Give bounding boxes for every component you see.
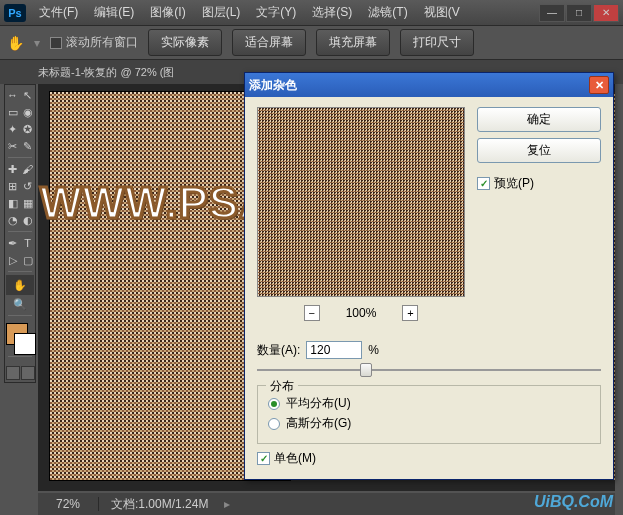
dialog-titlebar[interactable]: 添加杂色 ✕ — [245, 73, 613, 97]
actual-pixels-button[interactable]: 实际像素 — [148, 29, 222, 56]
wand-tool-icon[interactable]: ✦ — [6, 121, 20, 137]
healing-tool-icon[interactable]: ✚ — [6, 161, 20, 177]
close-button[interactable]: ✕ — [593, 4, 619, 22]
window-controls: — □ ✕ — [539, 4, 619, 22]
brush-tool-icon[interactable]: 🖌 — [21, 161, 35, 177]
zoom-tool-icon[interactable]: 🔍 — [6, 296, 34, 312]
status-docinfo[interactable]: 文档:1.00M/1.24M — [99, 496, 220, 513]
move-tool-icon[interactable]: ↔ — [6, 87, 20, 103]
quick-select-tool-icon[interactable]: ✪ — [21, 121, 35, 137]
amount-slider[interactable] — [257, 361, 601, 379]
tool-panel: ↔↖ ▭◉ ✦✪ ✂✎ ✚🖌 ⊞↺ ◧▦ ◔◐ ✒T ▷▢ ✋ 🔍 — [4, 84, 36, 383]
window-titlebar: Ps 文件(F) 编辑(E) 图像(I) 图层(L) 文字(Y) 选择(S) 滤… — [0, 0, 623, 26]
lasso-tool-icon[interactable]: ◉ — [21, 104, 35, 120]
amount-label: 数量(A): — [257, 342, 300, 359]
menu-filter[interactable]: 滤镜(T) — [361, 1, 414, 24]
minimize-button[interactable]: — — [539, 4, 565, 22]
zoom-value: 100% — [346, 306, 377, 320]
distribution-label: 分布 — [266, 378, 298, 395]
add-noise-dialog: 添加杂色 ✕ − 100% + 确定 复位 ✓预览(P) 数量(A): % 分布 — [244, 72, 614, 480]
pen-tool-icon[interactable]: ✒ — [6, 235, 20, 251]
reset-button[interactable]: 复位 — [477, 138, 601, 163]
zoom-in-button[interactable]: + — [402, 305, 418, 321]
status-arrow-icon[interactable]: ▸ — [224, 497, 230, 511]
eyedropper-tool-icon[interactable]: ✎ — [21, 138, 35, 154]
blur-tool-icon[interactable]: ◔ — [6, 212, 20, 228]
distribution-group: 分布 平均分布(U) 高斯分布(G) — [257, 385, 601, 444]
background-color-swatch[interactable] — [14, 333, 36, 355]
print-size-button[interactable]: 打印尺寸 — [400, 29, 474, 56]
menu-edit[interactable]: 编辑(E) — [87, 1, 141, 24]
quickmask-icon[interactable] — [6, 366, 20, 380]
gradient-tool-icon[interactable]: ▦ — [21, 195, 35, 211]
status-bar: 72% 文档:1.00M/1.24M ▸ — [38, 493, 615, 515]
maximize-button[interactable]: □ — [566, 4, 592, 22]
menu-image[interactable]: 图像(I) — [143, 1, 192, 24]
hand-tool-icon[interactable]: ✋ — [6, 275, 34, 295]
menu-layer[interactable]: 图层(L) — [195, 1, 248, 24]
menu-type[interactable]: 文字(Y) — [249, 1, 303, 24]
credit-text: UiBQ.CoM — [534, 493, 613, 511]
fill-screen-button[interactable]: 填充屏幕 — [316, 29, 390, 56]
zoom-out-button[interactable]: − — [304, 305, 320, 321]
amount-unit: % — [368, 343, 379, 357]
slider-thumb[interactable] — [360, 363, 372, 377]
app-logo: Ps — [4, 4, 26, 22]
monochrome-checkbox[interactable]: ✓单色(M) — [257, 450, 601, 467]
document-tab[interactable]: 未标题-1-恢复的 @ 72% (图 — [38, 65, 174, 80]
dodge-tool-icon[interactable]: ◐ — [21, 212, 35, 228]
dialog-close-button[interactable]: ✕ — [589, 76, 609, 94]
arrow-tool-icon[interactable]: ↖ — [21, 87, 35, 103]
preview-checkbox[interactable]: ✓预览(P) — [477, 175, 601, 192]
menu-view[interactable]: 视图(V — [417, 1, 467, 24]
hand-tool-icon: ✋ — [6, 34, 24, 52]
ok-button[interactable]: 确定 — [477, 107, 601, 132]
stamp-tool-icon[interactable]: ⊞ — [6, 178, 20, 194]
noise-preview[interactable] — [257, 107, 465, 297]
menu-bar: 文件(F) 编辑(E) 图像(I) 图层(L) 文字(Y) 选择(S) 滤镜(T… — [32, 1, 467, 24]
history-brush-icon[interactable]: ↺ — [21, 178, 35, 194]
uniform-radio[interactable]: 平均分布(U) — [268, 395, 590, 412]
shape-tool-icon[interactable]: ▢ — [21, 252, 35, 268]
menu-file[interactable]: 文件(F) — [32, 1, 85, 24]
crop-tool-icon[interactable]: ✂ — [6, 138, 20, 154]
status-zoom[interactable]: 72% — [38, 497, 99, 511]
gaussian-radio[interactable]: 高斯分布(G) — [268, 415, 590, 432]
fit-screen-button[interactable]: 适合屏幕 — [232, 29, 306, 56]
scroll-all-checkbox[interactable]: 滚动所有窗口 — [50, 34, 138, 51]
type-tool-icon[interactable]: T — [21, 235, 35, 251]
marquee-tool-icon[interactable]: ▭ — [6, 104, 20, 120]
amount-input[interactable] — [306, 341, 362, 359]
options-bar: ✋ ▾ 滚动所有窗口 实际像素 适合屏幕 填充屏幕 打印尺寸 — [0, 26, 623, 60]
screenmode-icon[interactable] — [21, 366, 35, 380]
dialog-title: 添加杂色 — [249, 77, 297, 94]
menu-select[interactable]: 选择(S) — [305, 1, 359, 24]
path-select-icon[interactable]: ▷ — [6, 252, 20, 268]
eraser-tool-icon[interactable]: ◧ — [6, 195, 20, 211]
